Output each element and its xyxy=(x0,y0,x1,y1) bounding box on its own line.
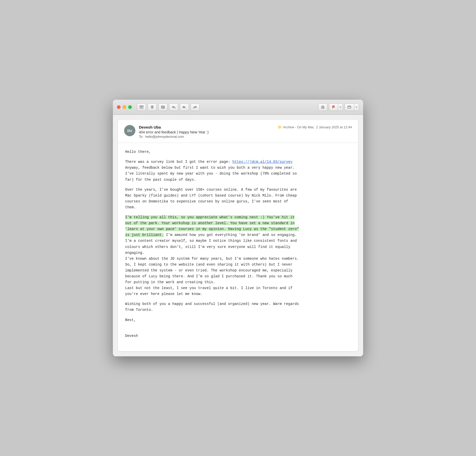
toolbar-right xyxy=(318,103,359,111)
reply-button[interactable] xyxy=(169,103,178,111)
archive-button[interactable] xyxy=(137,103,146,111)
print-button[interactable] xyxy=(318,103,327,111)
survey-link[interactable]: https://jdcm.al/14.03/survey xyxy=(232,160,292,164)
sign1: Best, xyxy=(125,317,351,323)
para3: I'm telling you all this, so you appreci… xyxy=(125,214,351,297)
flag-button-group xyxy=(329,103,343,111)
sender-name: Devesh Uba xyxy=(139,125,161,129)
sign2: Devesh xyxy=(125,333,351,339)
junk-button[interactable] xyxy=(158,103,168,111)
email-body: Hello there, There was a survey link but… xyxy=(118,143,358,351)
email-info-top: Devesh Uba 📁 Archive - On My Mac 2 Janua… xyxy=(139,125,352,129)
svg-point-4 xyxy=(324,107,324,108)
move-button[interactable] xyxy=(344,103,354,111)
close-button[interactable] xyxy=(117,105,121,109)
email-archive-date: 📁 Archive - On My Mac 2 January 2025 at … xyxy=(278,125,352,129)
email-window: DU Devesh Uba 📁 Archive - On My Mac 2 Ja… xyxy=(113,100,363,356)
move-chevron-button[interactable] xyxy=(354,103,359,111)
toolbar-left xyxy=(137,103,200,111)
email-to: To: hello@johnnydecimal.com xyxy=(139,135,352,139)
email-card: DU Devesh Uba 📁 Archive - On My Mac 2 Ja… xyxy=(118,120,358,351)
para2: Over the years, I've bought over 150+ co… xyxy=(125,187,351,210)
archive-text: Archive - On My Mac xyxy=(283,125,314,129)
flag-chevron-button[interactable] xyxy=(338,103,343,111)
maximize-button[interactable] xyxy=(128,105,132,109)
email-date: 2 January 2025 at 12:44 xyxy=(316,125,352,129)
avatar: DU xyxy=(124,125,135,136)
to-label: To: xyxy=(139,135,143,139)
move-button-group xyxy=(344,103,359,111)
para1: There was a survey link but I got the er… xyxy=(125,159,351,183)
to-address: hello@johnnydecimal.com xyxy=(145,135,184,139)
highlighted-text: I'm telling you all this, so you appreci… xyxy=(125,215,299,237)
titlebar xyxy=(113,100,363,115)
para4: Wishing both of you a happy and successf… xyxy=(125,301,351,313)
email-signature: Best, Devesh xyxy=(125,317,351,339)
email-meta-row: DU Devesh Uba 📁 Archive - On My Mac 2 Ja… xyxy=(124,125,352,139)
email-header: DU Devesh Uba 📁 Archive - On My Mac 2 Ja… xyxy=(118,120,358,143)
folder-icon: 📁 xyxy=(278,125,282,129)
email-subject: 404 error and feedback | Happy New Year … xyxy=(139,130,352,134)
reply-all-button[interactable] xyxy=(180,103,189,111)
email-wrapper: DU Devesh Uba 📁 Archive - On My Mac 2 Ja… xyxy=(113,115,363,356)
email-info: Devesh Uba 📁 Archive - On My Mac 2 Janua… xyxy=(139,125,352,139)
archive-label: 📁 Archive - On My Mac xyxy=(278,125,314,129)
traffic-lights xyxy=(117,105,132,109)
minimize-button[interactable] xyxy=(123,105,126,109)
svg-rect-5 xyxy=(348,106,351,108)
forward-button[interactable] xyxy=(191,103,200,111)
greeting: Hello there, xyxy=(125,149,351,155)
flag-button[interactable] xyxy=(329,103,338,111)
trash-button[interactable] xyxy=(148,103,157,111)
